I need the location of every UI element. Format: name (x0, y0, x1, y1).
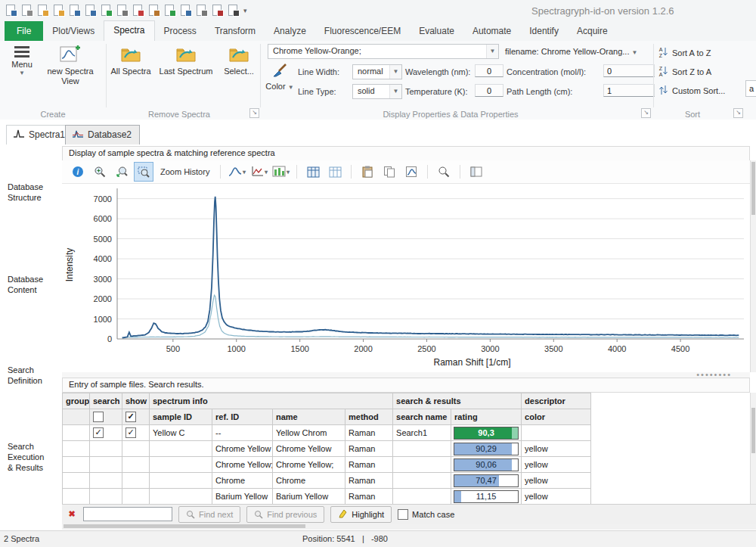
sort-a-to-z-button[interactable]: AZ Sort A to Z (658, 45, 711, 61)
clipped-control[interactable]: a (745, 80, 756, 97)
info-icon[interactable]: i (68, 162, 88, 182)
find-previous-button[interactable]: Find previous (246, 506, 324, 523)
doc-tab-database2[interactable]: Database2 (65, 125, 140, 145)
menu-tab-evaluate[interactable]: Evaluate (410, 21, 463, 41)
menu-more-icon[interactable] (227, 4, 240, 17)
close-icon[interactable]: ✖ (67, 509, 77, 519)
export-icon[interactable] (100, 4, 113, 17)
print-icon[interactable] (116, 4, 129, 17)
table-row[interactable]: Barium YellowBarium YellowRaman11,15yell… (63, 489, 591, 505)
plot-vertical-scrollbar[interactable] (750, 160, 756, 372)
paste-icon[interactable] (147, 4, 160, 17)
wavelength-input[interactable] (475, 64, 503, 77)
copy-plot-icon[interactable] (401, 162, 421, 182)
find-input[interactable] (83, 507, 172, 521)
menu-tab-transform[interactable]: Transform (206, 21, 265, 41)
column-header-sample-id: sample ID (150, 409, 212, 425)
curve-style-icon[interactable]: ▾ (227, 162, 246, 182)
sidebar-item-search-definition[interactable]: Search Definition (8, 365, 42, 386)
table-row[interactable]: Chrome Yellow;Chrome Yellow;Raman90,06ye… (63, 457, 591, 473)
panel-splitter[interactable]: •••••••• (62, 372, 750, 378)
dialog-launcher-icon[interactable]: ↘ (641, 108, 651, 118)
app-icon[interactable] (5, 4, 17, 17)
document-tab-bar: Spectra1 Database2 (0, 120, 756, 145)
new-spectra-view-button[interactable]: new Spectra View (42, 44, 98, 86)
select-all-show-checkbox[interactable]: ✓ (125, 412, 136, 422)
line-width-select[interactable]: normal ▼ (352, 64, 402, 79)
match-case-checkbox[interactable] (398, 509, 408, 520)
select-all-search-checkbox[interactable] (93, 412, 104, 422)
svg-text:Z: Z (659, 66, 663, 71)
sidebar-item-search-execution-results[interactable]: Search Execution & Results (8, 441, 44, 473)
dialog-launcher-icon[interactable]: ↘ (249, 108, 259, 118)
menu-tab-file[interactable]: File (5, 21, 43, 41)
menu-button[interactable]: Menu ▼ (5, 44, 39, 76)
list-icon[interactable] (195, 4, 208, 17)
new-document-icon[interactable] (20, 4, 33, 17)
row-show-checkbox[interactable]: ✓ (125, 427, 136, 438)
table-row[interactable]: ✓✓Yellow C--Yellow ChromRamanSearch190,3 (63, 425, 591, 441)
save-as-icon[interactable] (84, 4, 97, 17)
menu-tab-automate[interactable]: Automate (463, 21, 520, 41)
sort-z-to-a-button[interactable]: ZA Sort Z to A (658, 64, 711, 79)
dialog-launcher-icon[interactable]: ↘ (733, 108, 743, 118)
plot-layout-icon[interactable]: ▾ (271, 162, 290, 182)
table-row[interactable]: ChromeChromeRaman70,47yellow (63, 473, 591, 489)
horizontal-scrollbar[interactable] (62, 524, 756, 530)
axes-style-icon[interactable]: ▾ (249, 162, 268, 182)
save-icon[interactable] (68, 4, 81, 17)
sidebar-item-database-structure[interactable]: Database Structure (8, 182, 43, 203)
match-case-toggle[interactable]: Match case (398, 509, 454, 520)
doc-tab-spectra1[interactable]: Spectra1 (6, 125, 73, 145)
menu-tab-spectra[interactable]: Spectra (104, 20, 154, 41)
table-row[interactable]: Chrome YellowChrome YellowRaman90,29yell… (63, 441, 591, 457)
highlight-button[interactable]: Highlight (330, 506, 392, 523)
temperature-input[interactable] (475, 84, 503, 97)
copy-icon[interactable] (132, 4, 144, 17)
table-view-icon[interactable] (303, 162, 323, 182)
concentration-input[interactable] (603, 64, 655, 77)
chart-icon[interactable] (211, 4, 224, 17)
cell-ref-id: -- (212, 425, 273, 441)
search-icon[interactable] (434, 162, 454, 182)
line-width-label: Line Width: (298, 67, 339, 76)
menu-tab-identify[interactable]: Identify (520, 21, 568, 41)
spectra-plot[interactable]: 0100020003000400050006000700050010001500… (62, 185, 750, 372)
table-vertical-scrollbar[interactable] (750, 393, 756, 504)
results-table[interactable]: groupsearchshowspectrum infosearch & res… (62, 393, 591, 504)
panel-layout-icon[interactable] (466, 162, 486, 182)
cell-search-name (393, 441, 451, 457)
copy-icon[interactable] (380, 162, 399, 182)
remove-all-spectra-button[interactable]: All Spectra (109, 45, 153, 76)
active-spectrum-selector[interactable]: Chrome Yellow-Orange; ▼ (268, 44, 499, 59)
remove-last-spectrum-button[interactable]: Last Spectrum (154, 45, 218, 76)
remove-select-button[interactable]: Select... (219, 45, 259, 76)
open-folder-icon[interactable] (36, 4, 49, 17)
filename-selector[interactable]: filename: Chrome Yellow-Orang... ▼ (505, 47, 649, 56)
column-group-header-search: search (90, 393, 122, 409)
menu-tab-plot-views[interactable]: Plot/Views (43, 21, 104, 41)
line-type-select[interactable]: solid ▼ (352, 84, 402, 99)
column-header-method: method (345, 409, 393, 425)
row-search-checkbox[interactable]: ✓ (93, 427, 104, 438)
import-icon[interactable] (163, 4, 176, 17)
paste-icon[interactable] (358, 162, 377, 182)
color-button[interactable]: Color ▼ (265, 62, 295, 92)
custom-sort-button[interactable]: Custom Sort... (658, 83, 725, 98)
zoom-history-button[interactable]: Zoom History (156, 164, 214, 179)
table-view-alt-icon[interactable] (325, 162, 345, 182)
path-length-input[interactable] (603, 84, 655, 97)
zoom-selection-icon[interactable] (134, 162, 153, 182)
find-next-button[interactable]: Find next (178, 506, 240, 523)
table-icon[interactable] (179, 4, 192, 17)
menu-tab-acquire[interactable]: Acquire (568, 21, 617, 41)
menu-tab-analyze[interactable]: Analyze (265, 21, 315, 41)
sidebar-item-database-content[interactable]: Database Content (8, 274, 43, 295)
svg-text:Z: Z (659, 53, 663, 58)
menu-tab-fluorescence-eem[interactable]: Fluorescence/EEM (315, 21, 410, 41)
zoom-in-icon[interactable] (90, 162, 110, 182)
open-recent-icon[interactable] (52, 4, 65, 17)
zoom-extents-icon[interactable] (112, 162, 132, 182)
toolbar-overflow-icon[interactable]: ▾ (243, 7, 247, 14)
menu-tab-process[interactable]: Process (155, 21, 206, 41)
